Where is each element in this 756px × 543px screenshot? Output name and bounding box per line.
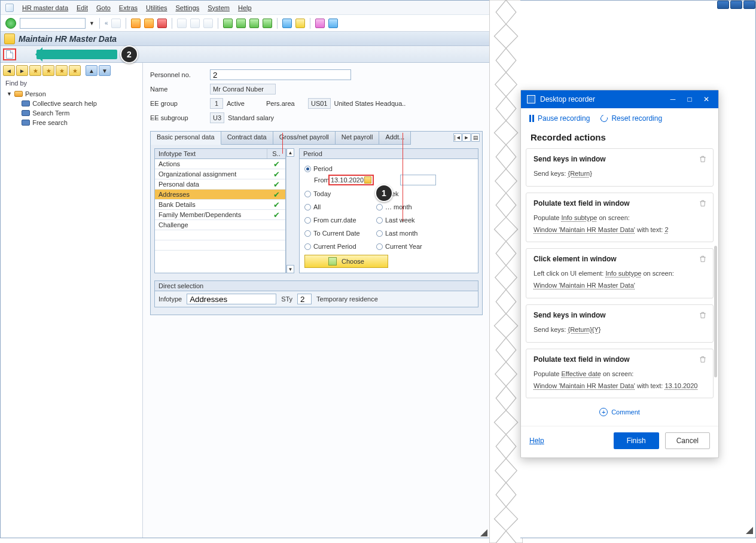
- reset-recording-button[interactable]: Reset recording: [600, 114, 662, 123]
- radio-icon[interactable]: [304, 191, 311, 197]
- menu-help[interactable]: Help: [238, 4, 252, 11]
- infotype-scrollbar[interactable]: ▲ ▼: [286, 148, 294, 273]
- tab-contract-data[interactable]: Contract data: [221, 132, 273, 145]
- radio-icon[interactable]: [376, 204, 383, 211]
- infotype-row[interactable]: Organizational assignment✔: [155, 169, 285, 179]
- delete-action-icon[interactable]: [699, 355, 707, 364]
- pause-recording-button[interactable]: Pause recording: [529, 114, 590, 123]
- maximize-icon[interactable]: □: [684, 95, 696, 103]
- menu-system[interactable]: System: [208, 4, 230, 11]
- sty-input[interactable]: [297, 294, 312, 304]
- next-page-icon[interactable]: [249, 19, 259, 28]
- save-icon[interactable]: [111, 19, 121, 28]
- fav-2-icon[interactable]: ★: [42, 65, 54, 76]
- find-next-icon[interactable]: [203, 19, 213, 28]
- menu-extras[interactable]: Extras: [119, 4, 138, 11]
- from-date-input[interactable]: 13.10.2020: [328, 175, 374, 185]
- last-page-icon[interactable]: [263, 19, 272, 28]
- period-radio-today[interactable]: Today: [304, 188, 376, 200]
- infotype-row[interactable]: Challenge: [155, 220, 285, 230]
- infotype-row[interactable]: Family Member/Dependents✔: [155, 210, 285, 220]
- command-icon[interactable]: [5, 4, 14, 12]
- to-date-input[interactable]: [400, 175, 436, 185]
- calendar-icon[interactable]: [364, 176, 371, 184]
- radio-icon[interactable]: [304, 243, 311, 250]
- cancel-icon[interactable]: [157, 19, 167, 28]
- action-card[interactable]: Polulate text field in windowPopulate Ef…: [526, 349, 714, 399]
- period-radio-current-month[interactable]: … month: [376, 201, 448, 213]
- action-card[interactable]: Polulate text field in windowPopulate In…: [526, 193, 714, 243]
- radio-icon[interactable]: [304, 204, 311, 211]
- prev-page-icon[interactable]: [236, 19, 246, 28]
- personnel-no-input[interactable]: [210, 69, 351, 80]
- action-param[interactable]: Window 'Maintain HR Master Data': [534, 382, 635, 389]
- period-radio-period[interactable]: Period: [304, 163, 473, 175]
- period-radio-from-curr-date[interactable]: From curr.date: [304, 214, 376, 226]
- menu-utilities[interactable]: Utilities: [146, 4, 167, 11]
- delete-action-icon[interactable]: [699, 199, 707, 208]
- help-icon[interactable]: [315, 19, 325, 28]
- tree-item-free-search[interactable]: ▪ Free search: [17, 118, 136, 127]
- period-radio-to-current-date[interactable]: To Current Date: [304, 227, 376, 239]
- action-param[interactable]: {Return}: [568, 170, 592, 177]
- print-icon[interactable]: [177, 19, 187, 28]
- delete-action-icon[interactable]: [699, 155, 707, 163]
- fav-1-icon[interactable]: ★: [29, 65, 41, 76]
- resize-grip-icon[interactable]: [480, 529, 487, 536]
- expand-icon[interactable]: ▼: [99, 65, 111, 76]
- action-param[interactable]: Info subtype: [561, 214, 597, 221]
- delete-action-icon[interactable]: [699, 255, 707, 263]
- action-param[interactable]: {Return}{Y}: [568, 326, 600, 333]
- infotype-row[interactable]: Personal data✔: [155, 179, 285, 190]
- add-comment-button[interactable]: + Comment: [521, 404, 718, 423]
- nav-fwd-icon[interactable]: ►: [16, 65, 28, 76]
- create-button[interactable]: [3, 48, 16, 60]
- recorder-scrollbar[interactable]: [714, 246, 717, 377]
- period-radio-last-month[interactable]: Last month: [376, 227, 448, 239]
- action-param[interactable]: Effective date: [561, 370, 600, 377]
- infotype-input[interactable]: [187, 294, 276, 304]
- shortcut-icon[interactable]: [295, 19, 305, 28]
- collapse-icon[interactable]: ▲: [86, 65, 97, 76]
- tab-list-icon[interactable]: ▤: [471, 133, 480, 142]
- tab-scroll-first-icon[interactable]: |◄: [453, 133, 462, 142]
- finish-button[interactable]: Finish: [614, 432, 659, 449]
- menu-hr-master-data[interactable]: HR master data: [22, 4, 68, 11]
- help-link[interactable]: Help: [529, 437, 544, 445]
- fav-4-icon[interactable]: ★: [69, 65, 81, 76]
- layout-icon[interactable]: [328, 19, 338, 28]
- delete-action-icon[interactable]: [699, 311, 707, 319]
- minimize-icon[interactable]: ─: [667, 95, 679, 103]
- tree-item-search-term[interactable]: ▪ Search Term: [17, 108, 136, 118]
- period-radio-current-period[interactable]: Current Period: [304, 240, 376, 252]
- choose-button[interactable]: Choose: [304, 255, 388, 268]
- period-radio-last-week[interactable]: Last week: [376, 214, 448, 226]
- radio-icon[interactable]: [376, 217, 383, 224]
- back-icon[interactable]: [131, 19, 141, 28]
- action-param[interactable]: Window 'Maintain HR Master Data': [534, 226, 635, 233]
- action-card[interactable]: Click element in windowLeft click on UI …: [526, 248, 714, 298]
- action-param[interactable]: 2: [664, 226, 668, 233]
- close-icon[interactable]: ✕: [700, 95, 712, 103]
- tab-basic-personal-data[interactable]: Basic personal data: [151, 132, 221, 145]
- action-param[interactable]: Info subtype: [605, 270, 641, 277]
- infotype-row[interactable]: Actions✔: [155, 159, 285, 169]
- tab-net-payroll[interactable]: Net payroll: [336, 132, 380, 145]
- first-page-icon[interactable]: [223, 19, 233, 28]
- radio-icon[interactable]: [376, 230, 383, 237]
- find-icon[interactable]: [190, 19, 200, 28]
- maximize-icon[interactable]: [730, 1, 742, 9]
- radio-icon[interactable]: [304, 166, 311, 172]
- resize-grip-icon[interactable]: [746, 527, 753, 534]
- enter-icon[interactable]: [5, 18, 16, 29]
- action-param[interactable]: 13.10.2020: [664, 382, 697, 389]
- cancel-button[interactable]: Cancel: [665, 432, 710, 449]
- action-card[interactable]: Send keys in windowSend keys: {Return}{Y…: [526, 304, 714, 343]
- fav-3-icon[interactable]: ★: [56, 65, 68, 76]
- radio-icon[interactable]: [376, 243, 383, 250]
- close-icon[interactable]: [743, 1, 755, 9]
- radio-icon[interactable]: [304, 217, 311, 224]
- tab-scroll-right-icon[interactable]: ►: [462, 133, 471, 142]
- infotype-row[interactable]: Addresses✔: [155, 190, 285, 200]
- minimize-icon[interactable]: [717, 1, 729, 9]
